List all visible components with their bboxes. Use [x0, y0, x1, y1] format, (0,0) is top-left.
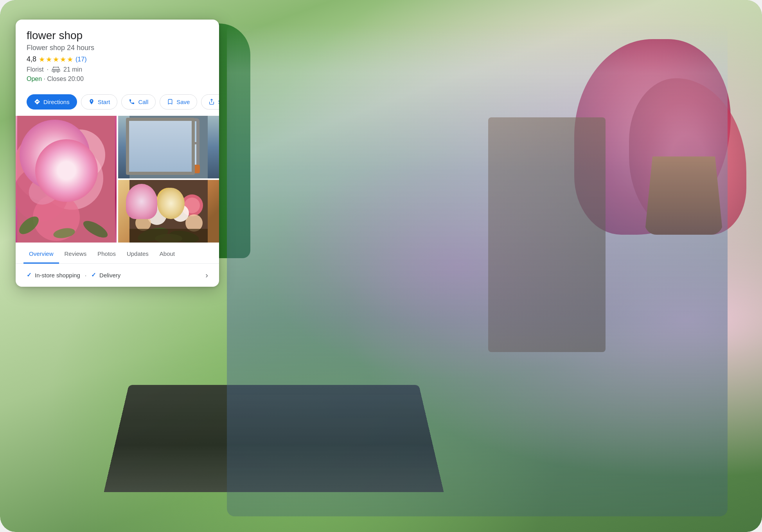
- star-1: ★: [39, 55, 45, 64]
- flowers-photo-svg: [16, 116, 117, 243]
- rating-number: 4,8: [27, 55, 36, 63]
- person-area: [227, 23, 728, 516]
- svg-point-32: [135, 194, 155, 213]
- info-row: Florist · 21 min: [27, 66, 208, 73]
- business-subtitle: Flower shop 24 hours: [27, 44, 208, 52]
- svg-rect-21: [170, 145, 196, 165]
- directions-button[interactable]: Directions: [27, 94, 77, 110]
- tab-reviews[interactable]: Reviews: [59, 244, 92, 264]
- start-icon: [88, 99, 95, 105]
- business-name: flower shop: [27, 29, 208, 42]
- tab-reviews-label: Reviews: [65, 250, 87, 257]
- directions-icon: [34, 99, 40, 105]
- tab-overview[interactable]: Overview: [23, 244, 59, 264]
- share-label: Share: [218, 99, 219, 105]
- svg-point-41: [135, 215, 151, 231]
- start-button[interactable]: Start: [81, 94, 118, 110]
- rating-row: 4,8 ★ ★ ★ ★ ★ (17): [27, 55, 208, 64]
- category-label: Florist: [27, 66, 44, 73]
- features-separator: ·: [85, 272, 86, 279]
- svg-point-34: [157, 188, 180, 211]
- tabs-row: Overview Reviews Photos Updates About: [16, 244, 219, 264]
- photos-grid[interactable]: [16, 116, 219, 243]
- car-icon: [52, 66, 60, 73]
- status-row: Open · Closes 20:00: [27, 75, 208, 83]
- features-row[interactable]: ✓ In-store shopping · ✓ Delivery ›: [16, 264, 219, 287]
- tab-updates-label: Updates: [127, 250, 149, 257]
- svg-point-29: [178, 158, 182, 162]
- directions-label: Directions: [43, 99, 70, 105]
- svg-point-33: [139, 198, 151, 209]
- photo-flower-shop[interactable]: [118, 180, 219, 243]
- closes-time: Closes 20:00: [47, 75, 83, 82]
- save-icon: [167, 99, 173, 105]
- svg-rect-15: [139, 120, 198, 167]
- share-icon: [208, 99, 215, 105]
- svg-point-25: [167, 158, 178, 168]
- chevron-right-icon[interactable]: ›: [205, 271, 208, 280]
- drive-time: 21 min: [63, 66, 82, 73]
- tab-updates[interactable]: Updates: [121, 244, 154, 264]
- separator-dot: ·: [47, 66, 49, 73]
- svg-rect-20: [141, 145, 167, 165]
- svg-point-24: [155, 154, 167, 167]
- feature-2: Delivery: [99, 272, 120, 279]
- svg-rect-22: [137, 165, 200, 173]
- save-label: Save: [176, 99, 190, 105]
- feature-1: In-store shopping: [35, 272, 80, 279]
- share-button[interactable]: Share: [201, 94, 219, 110]
- check-icon-2: ✓: [91, 271, 96, 279]
- photo-window[interactable]: [118, 116, 219, 178]
- svg-point-4: [54, 129, 105, 180]
- stars-container: ★ ★ ★ ★ ★: [39, 55, 73, 64]
- photo-flowers-main[interactable]: [16, 116, 117, 243]
- svg-point-27: [149, 158, 153, 162]
- star-4: ★: [60, 55, 66, 64]
- svg-point-26: [178, 155, 191, 167]
- tab-about[interactable]: About: [154, 244, 180, 264]
- review-count[interactable]: (17): [75, 56, 86, 63]
- tab-photos[interactable]: Photos: [92, 244, 121, 264]
- start-label: Start: [98, 99, 110, 105]
- svg-rect-18: [141, 121, 167, 142]
- window-photo-svg: [118, 116, 219, 178]
- tab-photos-label: Photos: [97, 250, 116, 257]
- shop-photo-svg: [118, 180, 219, 243]
- star-5: ★: [67, 55, 73, 64]
- svg-point-28: [165, 156, 169, 160]
- star-3: ★: [53, 55, 59, 64]
- check-icon-1: ✓: [27, 271, 32, 279]
- status-open: Open: [27, 75, 42, 82]
- svg-point-23: [142, 156, 156, 168]
- svg-point-6: [25, 141, 72, 184]
- svg-rect-14: [139, 120, 198, 167]
- svg-point-7: [47, 155, 89, 193]
- tab-overview-label: Overview: [29, 250, 54, 257]
- tab-about-label: About: [160, 250, 175, 257]
- svg-rect-46: [129, 229, 208, 243]
- call-icon: [129, 99, 135, 105]
- svg-point-31: [131, 190, 159, 217]
- call-button[interactable]: Call: [121, 94, 156, 110]
- action-buttons-row: Directions Start Call: [16, 89, 219, 116]
- maps-card: flower shop Flower shop 24 hours 4,8 ★ ★…: [16, 20, 219, 287]
- svg-point-36: [164, 195, 173, 204]
- call-label: Call: [138, 99, 148, 105]
- page-wrapper: flower shop Flower shop 24 hours 4,8 ★ ★…: [0, 0, 762, 532]
- svg-rect-19: [170, 121, 196, 142]
- save-button[interactable]: Save: [160, 94, 197, 110]
- star-2: ★: [46, 55, 52, 64]
- svg-point-35: [161, 192, 176, 207]
- card-header: flower shop Flower shop 24 hours 4,8 ★ ★…: [16, 20, 219, 89]
